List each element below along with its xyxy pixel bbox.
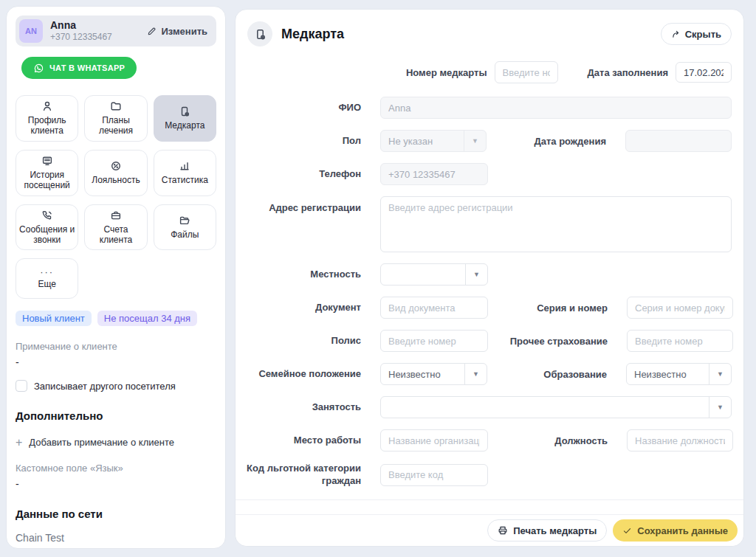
benefit-code-row: Код льготной категории граждан (244, 463, 732, 488)
custom-field-value: - (16, 478, 216, 490)
edit-client-button[interactable]: Изменить (147, 26, 207, 37)
locality-select[interactable]: ▼ (380, 263, 488, 286)
tile-visit-history[interactable]: История посещений (16, 150, 78, 196)
benefit-code-label: Код льготной категории граждан (244, 463, 361, 488)
employment-select[interactable]: ▼ (380, 396, 732, 418)
more-icon: ··· (40, 269, 54, 276)
fio-input[interactable] (380, 97, 732, 119)
client-summary-chip: AN Anna +370 12335467 Изменить (16, 15, 216, 46)
client-name: Anna (50, 19, 112, 32)
add-client-note-button[interactable]: + Добавить примечание о клиенте (16, 437, 174, 448)
visits-history-icon (41, 155, 53, 167)
whatsapp-chat-button[interactable]: ЧАТ В WHATSAPP (21, 57, 137, 79)
employment-label: Занятость (244, 401, 361, 414)
locality-row: Местность ▼ (244, 263, 732, 286)
check-icon (622, 526, 632, 536)
print-medcard-button[interactable]: Печать медкарты (487, 519, 607, 542)
chevron-down-icon: ▼ (709, 397, 731, 418)
client-nav-tiles: Профиль клиента Планы лечения Медкарта И… (16, 95, 216, 299)
address-textarea[interactable] (380, 196, 732, 252)
badge-new-client: Новый клиент (16, 311, 92, 326)
medcard-icon (179, 105, 190, 117)
address-row: Адрес регистрации (244, 196, 732, 252)
stats-icon (179, 160, 190, 172)
hide-arrow-icon (671, 30, 681, 39)
client-note-label: Примечание о клиенте (16, 341, 216, 352)
tile-statistics[interactable]: Статистика (154, 150, 216, 196)
other-insurance-label: Прочее страхование (488, 336, 608, 347)
medcard-header: Медкарта Скрыть (236, 10, 743, 46)
badge-no-visit: Не посещал 34 дня (97, 311, 197, 326)
benefit-code-input[interactable] (380, 464, 488, 486)
folder-icon (110, 100, 122, 112)
phone-label: Телефон (244, 168, 361, 181)
phone-row: Телефон (244, 163, 732, 185)
client-identity: Anna +370 12335467 (50, 19, 112, 43)
page-title: Медкарта (281, 27, 344, 42)
section-divider (236, 499, 743, 500)
locality-label: Местность (244, 269, 361, 281)
document-label: Документ (244, 302, 361, 314)
chain-name: Chain Test (16, 532, 216, 544)
birth-date-input[interactable] (625, 130, 732, 152)
tile-more[interactable]: ··· Еще (16, 258, 78, 299)
phone-input[interactable] (380, 163, 488, 185)
hide-button[interactable]: Скрыть (661, 23, 732, 45)
books-other-visitor-checkbox[interactable]: Записывает другого посетителя (16, 380, 216, 392)
loyalty-icon (110, 160, 122, 172)
person-icon (41, 100, 53, 112)
medcard-panel: Медкарта Скрыть Номер медкарты Дата запо… (235, 9, 744, 547)
client-badges: Новый клиент Не посещал 34 дня (16, 311, 216, 326)
tile-messages-calls[interactable]: Сообщения и звонки (16, 204, 78, 251)
card-number-input[interactable] (495, 61, 558, 83)
form-footer: Печать медкарты Сохранить данные (236, 515, 743, 546)
position-input[interactable] (627, 429, 733, 452)
tile-files[interactable]: Файлы (154, 204, 216, 251)
series-input[interactable] (627, 297, 733, 319)
card-number-label: Номер медкарты (406, 67, 487, 78)
tile-loyalty[interactable]: Лояльность (84, 150, 147, 196)
medcard-header-icon (247, 21, 272, 46)
marital-education-row: Семейное положение Неизвестно ▼ Образова… (244, 363, 732, 385)
additional-section-title: Дополнительно (16, 409, 216, 422)
client-note-value: - (16, 356, 216, 368)
card-number-row: Номер медкарты Дата заполнения (244, 61, 732, 83)
client-phone: +370 12335467 (50, 32, 112, 44)
tile-medcard[interactable]: Медкарта (154, 95, 216, 142)
other-insurance-input[interactable] (627, 330, 733, 352)
printer-icon (498, 525, 508, 536)
policy-insurance-row: Полис Прочее страхование (244, 330, 732, 352)
address-label: Адрес регистрации (244, 196, 361, 215)
workplace-position-row: Место работы Должность (244, 429, 732, 452)
gender-select[interactable]: Не указан ▼ (380, 130, 487, 152)
plus-icon: + (16, 438, 22, 447)
fill-date-input[interactable] (676, 62, 732, 83)
series-label: Серия и номер (488, 302, 608, 314)
education-select[interactable]: Неизвестно ▼ (626, 363, 732, 385)
calls-icon (41, 210, 53, 221)
workplace-label: Место работы (244, 435, 361, 447)
chevron-down-icon: ▼ (709, 364, 731, 384)
fio-row: ФИО (244, 97, 732, 119)
pencil-icon (147, 27, 157, 36)
save-data-button[interactable]: Сохранить данные (613, 519, 738, 542)
workplace-input[interactable] (380, 429, 488, 452)
policy-label: Полис (244, 335, 361, 347)
chevron-down-icon: ▼ (465, 264, 487, 285)
whatsapp-icon (33, 63, 44, 74)
policy-input[interactable] (380, 330, 488, 352)
chevron-down-icon: ▼ (464, 131, 486, 151)
medcard-form: Номер медкарты Дата заполнения ФИО Пол Н… (236, 46, 743, 540)
tile-client-invoices[interactable]: Счета клиента (84, 204, 147, 251)
marital-select[interactable]: Неизвестно ▼ (380, 363, 487, 385)
tile-client-profile[interactable]: Профиль клиента (16, 95, 78, 142)
network-section-title: Данные по сети (16, 508, 216, 520)
education-label: Образование (487, 369, 607, 380)
employment-row: Занятость ▼ (244, 396, 732, 418)
fill-date-label: Дата заполнения (588, 67, 668, 78)
checkbox-icon[interactable] (16, 380, 27, 392)
custom-field-label: Кастомное поле «Язык» (16, 463, 216, 474)
fio-label: ФИО (244, 102, 361, 114)
tile-treatment-plans[interactable]: Планы лечения (84, 95, 147, 142)
document-input[interactable] (380, 297, 488, 319)
